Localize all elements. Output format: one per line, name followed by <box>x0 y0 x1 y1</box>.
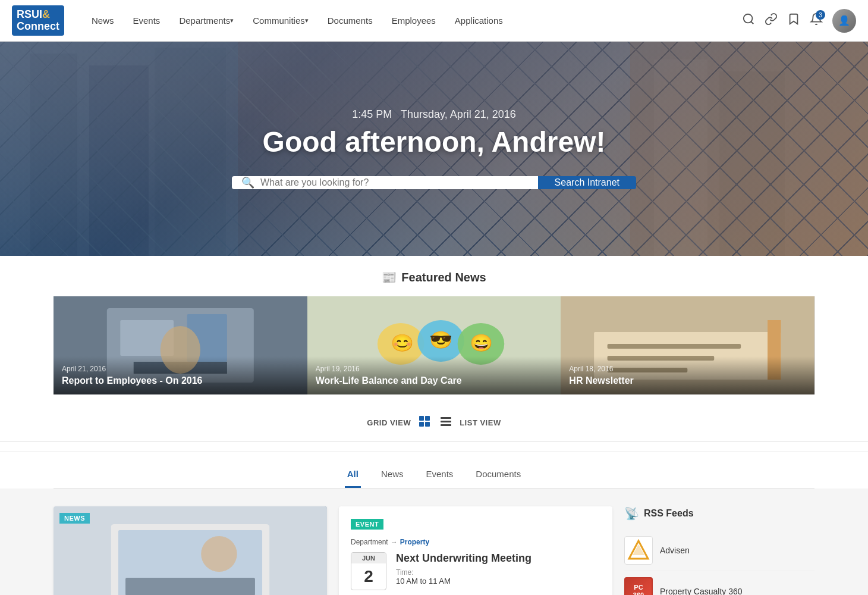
featured-card-1-date: April 19, 2016 <box>316 365 553 373</box>
svg-rect-32 <box>425 422 430 427</box>
search-input[interactable] <box>260 177 529 188</box>
avatar-image: 👤 <box>832 9 856 33</box>
rss-header: 📡 RSS Feeds <box>624 506 814 521</box>
sidebar: 📡 RSS Feeds Advisen PC360 Property Casua… <box>624 506 814 595</box>
event-time-label: Time: <box>396 568 532 577</box>
featured-card-1-title: Work-Life Balance and Day Care <box>316 375 553 386</box>
rss-title: RSS Feeds <box>644 508 694 519</box>
svg-rect-5 <box>155 48 226 256</box>
logo[interactable]: RSUI& Connect <box>12 5 64 36</box>
search-bar: 🔍 Search Intranet <box>232 176 636 189</box>
featured-card-0-date: April 21, 2016 <box>62 365 299 373</box>
svg-rect-30 <box>425 416 430 421</box>
newspaper-icon: 📰 <box>382 270 397 284</box>
propcas-logo-inner: PC360 <box>625 578 652 595</box>
nav-item-applications[interactable]: Applications <box>445 0 512 42</box>
propcas-logo: PC360 <box>624 577 653 595</box>
svg-text:😄: 😄 <box>470 333 493 353</box>
filter-tabs: All News Events Documents <box>54 452 814 488</box>
event-badge: EVENT <box>351 519 383 530</box>
nav-item-communities[interactable]: Communities <box>243 0 318 42</box>
hero-time: 1:45 PM Thursday, April 21, 2016 <box>232 108 636 121</box>
nav-item-events[interactable]: Events <box>124 0 170 42</box>
nav-item-news[interactable]: News <box>82 0 124 42</box>
notification-badge: 3 <box>816 10 825 20</box>
rss-item-propcas[interactable]: PC360 Property Casualty 360 <box>624 571 814 595</box>
link-button[interactable] <box>765 12 778 29</box>
svg-rect-7 <box>654 60 707 256</box>
search-icon: 🔍 <box>241 176 254 189</box>
svg-rect-35 <box>441 424 451 426</box>
hero-content: 1:45 PM Thursday, April 21, 2016 Good af… <box>232 108 636 189</box>
hero-greeting: Good afternoon, Andrew! <box>232 126 636 158</box>
featured-card-1[interactable]: 😊 😎 😄 April 19, 2016 Work-Life Balance a… <box>307 296 561 394</box>
event-details: Next Underwriting Meeting Time: 10 AM to… <box>396 552 532 585</box>
featured-news-grid: April 21, 2016 Report to Employees - On … <box>54 296 814 394</box>
search-button[interactable] <box>742 12 755 29</box>
event-body: JUN 2 Next Underwriting Meeting Time: 10… <box>351 552 600 590</box>
logo-subtext: Connect <box>17 20 59 32</box>
svg-rect-29 <box>419 416 424 421</box>
svg-point-0 <box>744 14 753 23</box>
logo-text: RSUI <box>17 8 42 20</box>
nav-links: News Events Departments Communities Docu… <box>82 0 742 42</box>
svg-line-1 <box>751 21 753 24</box>
logo-box: RSUI& Connect <box>12 5 64 36</box>
svg-rect-8 <box>719 71 785 256</box>
avatar[interactable]: 👤 <box>832 9 856 33</box>
search-intranet-button[interactable]: Search Intranet <box>538 176 636 189</box>
svg-rect-33 <box>441 417 451 419</box>
view-toggle: GRID VIEW LIST VIEW <box>0 404 868 442</box>
dept-name: Property <box>400 538 429 546</box>
propcas-name: Property Casualty 360 <box>660 587 743 595</box>
svg-rect-40 <box>125 578 255 595</box>
filter-tab-news[interactable]: News <box>379 464 406 488</box>
dept-prefix: Department <box>351 538 388 546</box>
svg-rect-3 <box>30 54 77 256</box>
event-card[interactable]: EVENT Department → Property JUN 2 Next U… <box>339 506 612 595</box>
nav-item-employees[interactable]: Employees <box>382 0 445 42</box>
notifications-button[interactable]: 3 <box>810 12 823 29</box>
svg-rect-9 <box>797 54 856 256</box>
dept-arrow: → <box>391 538 398 546</box>
list-view-label: LIST VIEW <box>460 418 501 427</box>
filter-tab-events[interactable]: Events <box>423 464 455 488</box>
svg-rect-4 <box>89 65 149 256</box>
event-time: 10 AM to 11 AM <box>396 577 532 585</box>
nav-right: 3 👤 <box>742 9 856 33</box>
svg-text:😊: 😊 <box>391 333 414 353</box>
rss-icon: 📡 <box>624 506 639 521</box>
event-title: Next Underwriting Meeting <box>396 552 532 565</box>
logo-amp: & <box>42 8 50 20</box>
featured-card-2-title: HR Newsletter <box>569 375 806 386</box>
svg-rect-34 <box>441 421 451 422</box>
event-day: 2 <box>351 563 386 590</box>
bookmark-button[interactable] <box>787 12 800 29</box>
filter-tab-documents[interactable]: Documents <box>473 464 523 488</box>
svg-rect-31 <box>419 422 424 427</box>
svg-rect-25 <box>608 344 741 349</box>
event-calendar: JUN 2 <box>351 552 386 590</box>
content-grid: NEWS EVENT Department → Proper <box>0 488 868 595</box>
search-input-wrap: 🔍 <box>232 176 538 189</box>
event-month: JUN <box>351 553 386 563</box>
featured-news-title: 📰 Featured News <box>54 270 814 284</box>
featured-card-2-date: April 18, 2016 <box>569 365 806 373</box>
featured-card-0-overlay: April 21, 2016 Report to Employees - On … <box>54 356 307 394</box>
list-view-button[interactable] <box>438 414 454 432</box>
grid-view-button[interactable] <box>417 414 432 432</box>
featured-card-0-title: Report to Employees - On 2016 <box>62 375 299 386</box>
filter-tab-all[interactable]: All <box>345 464 361 488</box>
nav-item-documents[interactable]: Documents <box>318 0 382 42</box>
news-card[interactable]: NEWS <box>54 506 327 595</box>
hero-section: 1:45 PM Thursday, April 21, 2016 Good af… <box>0 42 868 256</box>
svg-text:😎: 😎 <box>429 330 453 350</box>
advisen-name: Advisen <box>660 546 690 555</box>
featured-card-2[interactable]: April 18, 2016 HR Newsletter <box>561 296 814 394</box>
grid-view-label: GRID VIEW <box>367 418 411 427</box>
featured-card-0[interactable]: April 21, 2016 Report to Employees - On … <box>54 296 307 394</box>
rss-item-advisen[interactable]: Advisen <box>624 530 814 571</box>
featured-card-2-overlay: April 18, 2016 HR Newsletter <box>561 356 814 394</box>
advisen-logo <box>624 536 653 565</box>
nav-item-departments[interactable]: Departments <box>169 0 243 42</box>
